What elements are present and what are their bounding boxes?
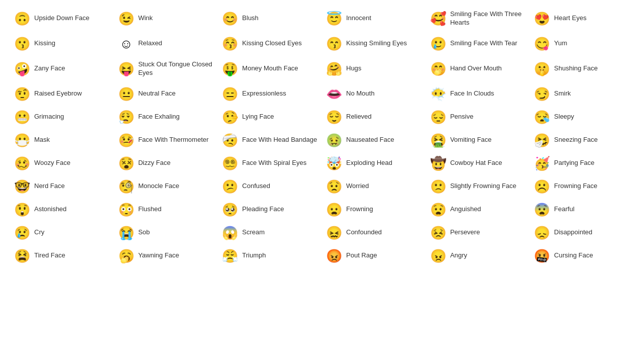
list-item[interactable]: 🤑Money Mouth Face: [218, 55, 322, 82]
emoji-icon: 😵‍💫: [222, 157, 238, 170]
emoji-icon: ☹️: [534, 180, 550, 193]
emoji-icon: 😵: [118, 157, 134, 170]
list-item[interactable]: 😬Grimacing: [10, 106, 114, 129]
list-item[interactable]: 😪Sleepy: [530, 106, 634, 129]
list-item[interactable]: 😵Dizzy Face: [114, 152, 218, 175]
emoji-icon: 🤫: [534, 62, 550, 75]
emoji-label: No Mouth: [346, 89, 374, 98]
list-item[interactable]: 😮‍💨Face Exhaling: [114, 106, 218, 129]
emoji-icon: 😠: [430, 249, 446, 262]
list-item[interactable]: 😱Scream: [218, 221, 322, 244]
emoji-icon: 🤪: [14, 62, 30, 75]
list-item[interactable]: 🤒Face With Thermometer: [114, 129, 218, 152]
list-item[interactable]: 🤭Hand Over Mouth: [426, 55, 530, 82]
emoji-icon: 😌: [326, 111, 342, 124]
list-item[interactable]: 😇Innocent: [322, 5, 426, 32]
list-item[interactable]: 😞Disappointed: [530, 221, 634, 244]
list-item[interactable]: 🧐Monocle Face: [114, 175, 218, 198]
emoji-icon: 😞: [534, 226, 550, 239]
list-item[interactable]: 😖Confounded: [322, 221, 426, 244]
list-item[interactable]: 🥺Pleading Face: [218, 198, 322, 221]
emoji-icon: 😪: [534, 111, 550, 124]
list-item[interactable]: 🤗Hugs: [322, 55, 426, 82]
list-item[interactable]: 😊Blush: [218, 5, 322, 32]
emoji-label: Stuck Out Tongue Closed Eyes: [138, 60, 214, 77]
emoji-label: Face With Thermometer: [138, 136, 209, 144]
list-item[interactable]: 😍Heart Eyes: [530, 5, 634, 32]
list-item[interactable]: 😗Kissing: [10, 32, 114, 55]
emoji-label: Cursing Face: [554, 251, 593, 260]
list-item[interactable]: 🤮Vomiting Face: [426, 129, 530, 152]
emoji-icon: 🤨: [14, 87, 30, 101]
list-item[interactable]: 😏Smirk: [530, 82, 634, 106]
list-item[interactable]: 🤧Sneezing Face: [530, 129, 634, 152]
list-item[interactable]: 🤫Shushing Face: [530, 55, 634, 82]
list-item[interactable]: 😫Tired Face: [10, 244, 114, 267]
emoji-label: Angry: [450, 251, 467, 260]
emoji-label: Yum: [554, 39, 567, 48]
list-item[interactable]: 🤢Nauseated Face: [322, 129, 426, 152]
list-item[interactable]: 😐Neutral Face: [114, 82, 218, 106]
list-item[interactable]: 🤓Nerd Face: [10, 175, 114, 198]
list-item[interactable]: 🙃Upside Down Face: [10, 5, 114, 32]
list-item[interactable]: ☹️Frowning Face: [530, 175, 634, 198]
list-item[interactable]: 😶‍🌫️Face In Clouds: [426, 82, 530, 106]
emoji-icon: 😕: [222, 180, 238, 193]
list-item[interactable]: 😚Kissing Closed Eyes: [218, 32, 322, 55]
list-item[interactable]: 😋Yum: [530, 32, 634, 55]
emoji-icon: 🤯: [326, 157, 342, 170]
list-item[interactable]: 😢Cry: [10, 221, 114, 244]
emoji-label: Grimacing: [34, 113, 64, 121]
list-item[interactable]: 😉Wink: [114, 5, 218, 32]
list-item[interactable]: 😲Astonished: [10, 198, 114, 221]
emoji-label: Sneezing Face: [554, 136, 598, 144]
emoji-label: Triumph: [242, 251, 266, 260]
list-item[interactable]: 🤪Zany Face: [10, 55, 114, 82]
list-item[interactable]: 🥴Woozy Face: [10, 152, 114, 175]
list-item[interactable]: 😡Pout Rage: [322, 244, 426, 267]
list-item[interactable]: 😨Fearful: [530, 198, 634, 221]
emoji-label: Pensive: [450, 113, 473, 121]
list-item[interactable]: 🤕Face With Head Bandage: [218, 129, 322, 152]
emoji-icon: 😙: [326, 37, 342, 50]
emoji-label: Relieved: [346, 113, 372, 121]
list-item[interactable]: 🥲Smiling Face With Tear: [426, 32, 530, 55]
list-item[interactable]: 😵‍💫Face With Spiral Eyes: [218, 152, 322, 175]
list-item[interactable]: 😔Pensive: [426, 106, 530, 129]
emoji-icon: 🤮: [430, 134, 446, 147]
list-item[interactable]: 🤠Cowboy Hat Face: [426, 152, 530, 175]
list-item[interactable]: 😑Expressionless: [218, 82, 322, 106]
list-item[interactable]: 🤯Exploding Head: [322, 152, 426, 175]
list-item[interactable]: 😦Frowning: [322, 198, 426, 221]
emoji-label: Yawning Face: [138, 251, 179, 260]
emoji-icon: 😚: [222, 37, 238, 50]
list-item[interactable]: 😙Kissing Smiling Eyes: [322, 32, 426, 55]
list-item[interactable]: 😷Mask: [10, 129, 114, 152]
list-item[interactable]: 🥳Partying Face: [530, 152, 634, 175]
list-item[interactable]: 👄No Mouth: [322, 82, 426, 106]
list-item[interactable]: 🥰Smiling Face With Three Hearts: [426, 5, 530, 32]
list-item[interactable]: 🤬Cursing Face: [530, 244, 634, 267]
list-item[interactable]: 😳Flushed: [114, 198, 218, 221]
list-item[interactable]: 😝Stuck Out Tongue Closed Eyes: [114, 55, 218, 82]
list-item[interactable]: 😌Relieved: [322, 106, 426, 129]
emoji-label: Smirk: [554, 89, 571, 98]
list-item[interactable]: 😭Sob: [114, 221, 218, 244]
emoji-label: Kissing: [34, 39, 55, 48]
list-item[interactable]: 🥱Yawning Face: [114, 244, 218, 267]
list-item[interactable]: 😧Anguished: [426, 198, 530, 221]
list-item[interactable]: 😠Angry: [426, 244, 530, 267]
list-item[interactable]: 🤥Lying Face: [218, 106, 322, 129]
emoji-label: Tired Face: [34, 251, 65, 260]
list-item[interactable]: 🤨Raised Eyebrow: [10, 82, 114, 106]
list-item[interactable]: ☺️Relaxed: [114, 32, 218, 55]
list-item[interactable]: 😕Confused: [218, 175, 322, 198]
emoji-label: Vomiting Face: [450, 136, 492, 144]
emoji-label: Scream: [242, 228, 265, 237]
list-item[interactable]: 🙁Slightly Frowning Face: [426, 175, 530, 198]
emoji-label: Sob: [138, 228, 150, 237]
emoji-icon: 😐: [118, 87, 134, 101]
list-item[interactable]: 😤Triumph: [218, 244, 322, 267]
list-item[interactable]: 😣Persevere: [426, 221, 530, 244]
list-item[interactable]: 😟Worried: [322, 175, 426, 198]
